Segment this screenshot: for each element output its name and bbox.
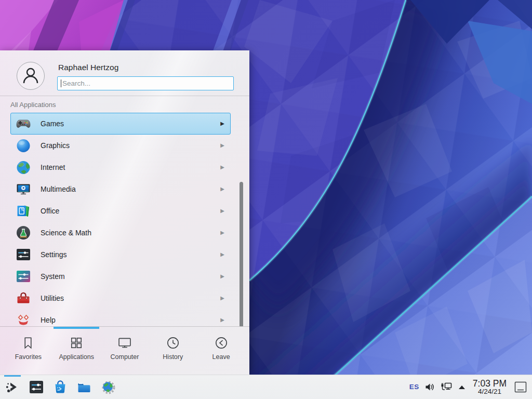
user-avatar[interactable] <box>17 62 45 90</box>
system-settings-launcher[interactable] <box>27 375 46 399</box>
submenu-arrow-icon: ▶ <box>220 274 224 279</box>
multimedia-icon <box>15 181 32 197</box>
category-label: Games <box>41 119 220 128</box>
bookmark-icon <box>20 335 36 351</box>
text-caret <box>61 79 61 87</box>
leave-icon <box>214 335 229 351</box>
system-tray: ES 7:03 PM 4/24/21 <box>409 379 532 396</box>
category-item-system[interactable]: System ▶ <box>10 265 231 287</box>
taskbar-panel: ES 7:03 PM 4/24/21 <box>0 375 532 399</box>
discover-icon <box>52 379 69 395</box>
search-input[interactable] <box>57 76 234 90</box>
utilities-icon <box>15 290 32 307</box>
tab-leave[interactable]: Leave <box>197 327 245 375</box>
user-name: Raphael Hertzog <box>58 63 234 72</box>
grid-icon <box>69 335 84 351</box>
category-item-science[interactable]: Science & Math ▶ <box>10 222 231 244</box>
section-label: All Applications <box>10 101 249 109</box>
category-item-utilities[interactable]: Utilities ▶ <box>10 287 231 309</box>
taskbar-launchers <box>0 375 117 399</box>
submenu-arrow-icon: ▶ <box>220 187 224 192</box>
clock-date: 4/24/21 <box>478 388 501 395</box>
submenu-arrow-icon: ▶ <box>220 252 224 257</box>
application-launcher-button[interactable] <box>3 375 22 399</box>
tab-label: Computer <box>111 353 139 361</box>
file-manager-icon <box>76 379 92 395</box>
category-label: Settings <box>41 250 220 259</box>
category-item-graphics[interactable]: Graphics ▶ <box>10 135 231 156</box>
internet-icon <box>15 159 32 176</box>
active-launcher-indicator <box>4 375 21 377</box>
user-icon <box>17 62 44 89</box>
category-label: Utilities <box>41 294 220 302</box>
tab-label: Favorites <box>15 353 42 361</box>
category-item-office[interactable]: Office ▶ <box>10 200 231 222</box>
digital-clock[interactable]: 7:03 PM 4/24/21 <box>473 379 507 396</box>
active-tab-indicator <box>54 327 99 329</box>
category-label: Science & Math <box>41 229 220 237</box>
tab-history[interactable]: History <box>149 327 197 375</box>
list-scrollbar[interactable] <box>240 182 243 326</box>
submenu-arrow-icon: ▶ <box>220 296 224 301</box>
show-desktop-icon[interactable] <box>513 380 528 394</box>
category-list: Games ▶ Graphics ▶ <box>0 113 249 326</box>
category-item-multimedia[interactable]: Multimedia ▶ <box>10 178 231 200</box>
games-icon <box>15 115 32 132</box>
app-launcher-icon <box>4 379 21 395</box>
help-icon <box>15 312 32 326</box>
submenu-arrow-icon: ▶ <box>220 208 224 214</box>
submenu-arrow-icon: ▶ <box>220 230 224 235</box>
category-item-help[interactable]: Help ▶ <box>10 309 231 326</box>
launcher-header: Raphael Hertzog <box>0 50 249 96</box>
settings-icon <box>15 246 32 263</box>
volume-icon[interactable] <box>424 381 435 393</box>
keyboard-layout-indicator[interactable]: ES <box>409 383 419 391</box>
submenu-arrow-icon: ▶ <box>220 143 224 148</box>
web-browser-icon <box>100 379 116 395</box>
category-item-internet[interactable]: Internet ▶ <box>10 156 231 178</box>
submenu-arrow-icon: ▶ <box>220 121 224 126</box>
system-icon <box>15 268 32 285</box>
discover-launcher[interactable] <box>51 375 70 399</box>
category-label: Help <box>41 316 220 324</box>
monitor-icon <box>117 335 132 351</box>
network-icon[interactable] <box>440 381 453 393</box>
category-label: Internet <box>41 163 220 171</box>
science-icon <box>15 224 32 241</box>
category-item-settings[interactable]: Settings ▶ <box>10 244 231 265</box>
launcher-tab-bar: Favorites Applications Computer <box>0 326 249 375</box>
category-label: Office <box>41 207 220 215</box>
category-item-games[interactable]: Games ▶ <box>10 113 231 135</box>
system-settings-icon <box>28 379 45 395</box>
office-icon <box>15 203 32 219</box>
tab-label: History <box>163 353 183 361</box>
tab-favorites[interactable]: Favorites <box>4 327 52 375</box>
submenu-arrow-icon: ▶ <box>220 317 224 323</box>
tab-label: Applications <box>59 353 94 361</box>
category-label: System <box>41 272 220 281</box>
category-label: Multimedia <box>41 185 220 193</box>
submenu-arrow-icon: ▶ <box>220 165 224 170</box>
tab-applications[interactable]: Applications <box>52 327 101 375</box>
category-label: Graphics <box>41 141 220 150</box>
clock-time: 7:03 PM <box>473 379 507 388</box>
tab-label: Leave <box>212 353 230 361</box>
expand-tray-icon[interactable] <box>458 384 466 390</box>
desktop: Raphael Hertzog All Applications <box>0 0 532 399</box>
graphics-icon <box>15 137 32 154</box>
application-launcher-popup: Raphael Hertzog All Applications <box>0 50 249 375</box>
web-browser-launcher[interactable] <box>99 375 117 399</box>
clock-icon <box>165 335 181 351</box>
file-manager-launcher[interactable] <box>75 375 94 399</box>
tab-computer[interactable]: Computer <box>101 327 149 375</box>
